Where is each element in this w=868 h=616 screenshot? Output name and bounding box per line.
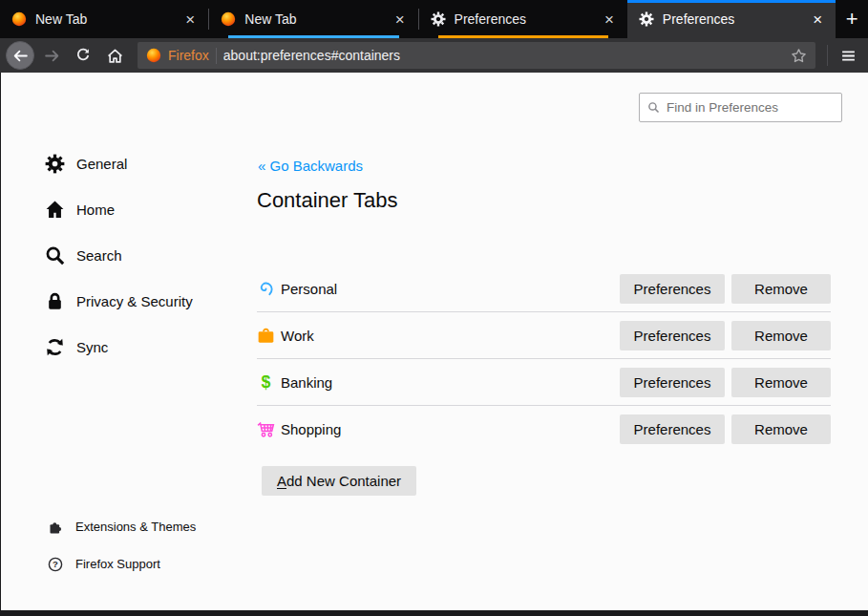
gear-icon bbox=[431, 11, 446, 27]
firefox-icon bbox=[11, 11, 27, 27]
search-icon bbox=[45, 245, 65, 266]
reload-icon bbox=[75, 48, 91, 63]
briefcase-icon bbox=[257, 326, 278, 345]
url-text[interactable]: about:preferences#containers bbox=[223, 48, 784, 63]
menu-button[interactable] bbox=[834, 41, 862, 70]
back-button[interactable] bbox=[6, 41, 34, 70]
tab-title: Preferences bbox=[455, 11, 592, 27]
bookmark-star-icon[interactable] bbox=[791, 48, 807, 64]
shopping-cart-icon bbox=[257, 420, 278, 439]
container-row-shopping: Shopping Preferences Remove bbox=[257, 406, 831, 453]
dollar-icon: $ bbox=[257, 372, 278, 392]
container-preferences-button[interactable]: Preferences bbox=[620, 368, 725, 397]
tab-preferences-1[interactable]: Preferences × bbox=[419, 0, 627, 38]
container-remove-button[interactable]: Remove bbox=[731, 414, 831, 444]
container-name: Banking bbox=[281, 374, 332, 391]
fingerprint-icon bbox=[257, 279, 278, 298]
sidebar-item-label: Privacy & Security bbox=[76, 293, 193, 309]
close-icon[interactable]: × bbox=[601, 11, 618, 29]
page-title: Container Tabs bbox=[257, 188, 398, 213]
identity-label: Firefox bbox=[168, 48, 209, 63]
sidebar-item-label: Search bbox=[76, 247, 122, 264]
close-icon[interactable]: × bbox=[809, 11, 826, 29]
container-list: Personal Preferences Remove Work Prefere… bbox=[257, 266, 831, 453]
sidebar-item-label: Firefox Support bbox=[75, 557, 160, 571]
find-in-preferences-input[interactable] bbox=[667, 100, 836, 115]
add-new-container-button[interactable]: Add New Container bbox=[262, 466, 416, 496]
gear-icon bbox=[45, 154, 65, 174]
tab-title: New Tab bbox=[35, 11, 173, 27]
home-icon bbox=[107, 48, 123, 64]
tab-preferences-2-active[interactable]: Preferences × bbox=[627, 0, 836, 38]
firefox-icon bbox=[221, 11, 236, 27]
container-name: Work bbox=[281, 328, 314, 344]
sync-icon bbox=[45, 337, 65, 357]
sidebar-item-general[interactable]: General bbox=[1, 140, 242, 186]
tab-title: New Tab bbox=[244, 11, 382, 27]
sidebar-item-extensions-themes[interactable]: Extensions & Themes bbox=[1, 508, 242, 545]
container-row-banking: $ Banking Preferences Remove bbox=[257, 359, 831, 406]
sidebar-item-sync[interactable]: Sync bbox=[1, 324, 242, 370]
container-remove-button[interactable]: Remove bbox=[731, 368, 831, 397]
close-icon[interactable]: × bbox=[181, 11, 199, 29]
home-button[interactable] bbox=[100, 41, 129, 70]
gear-icon bbox=[639, 11, 654, 27]
back-arrow-icon bbox=[12, 48, 29, 64]
container-row-work: Work Preferences Remove bbox=[257, 312, 831, 359]
svg-text:?: ? bbox=[53, 559, 58, 569]
sidebar-item-search[interactable]: Search bbox=[1, 232, 242, 278]
add-button-label-rest: dd New Container bbox=[286, 473, 401, 489]
sidebar-footer: Extensions & Themes ? Firefox Support bbox=[1, 508, 242, 583]
sidebar-item-privacy-security[interactable]: Privacy & Security bbox=[1, 278, 242, 324]
toolbar-separator bbox=[827, 45, 828, 66]
sidebar-item-label: General bbox=[76, 156, 127, 172]
container-remove-button[interactable]: Remove bbox=[731, 274, 831, 304]
find-in-preferences-box[interactable] bbox=[639, 93, 842, 122]
container-preferences-button[interactable]: Preferences bbox=[620, 274, 725, 304]
container-row-personal: Personal Preferences Remove bbox=[257, 266, 831, 312]
tab-bar: New Tab × New Tab × Preferences × Prefer… bbox=[0, 0, 868, 38]
hamburger-menu-icon bbox=[840, 48, 857, 64]
new-tab-button[interactable]: + bbox=[836, 0, 868, 38]
active-tab-indicator bbox=[627, 0, 836, 3]
tab-new-tab-1[interactable]: New Tab × bbox=[0, 0, 208, 38]
go-backwards-link[interactable]: « Go Backwards bbox=[258, 158, 363, 174]
container-name: Shopping bbox=[281, 421, 341, 437]
sidebar-item-home[interactable]: Home bbox=[1, 186, 242, 232]
tab-new-tab-2[interactable]: New Tab × bbox=[209, 0, 417, 38]
container-name: Personal bbox=[281, 281, 337, 297]
sidebar-item-label: Home bbox=[76, 202, 115, 218]
sidebar-item-label: Extensions & Themes bbox=[75, 520, 196, 534]
puzzle-icon bbox=[48, 520, 63, 535]
url-bar[interactable]: Firefox about:preferences#containers bbox=[138, 42, 815, 69]
search-icon bbox=[647, 101, 660, 114]
question-circle-icon: ? bbox=[48, 557, 63, 572]
navigation-toolbar: Firefox about:preferences#containers bbox=[0, 38, 868, 73]
container-preferences-button[interactable]: Preferences bbox=[620, 321, 725, 350]
urlbar-separator bbox=[216, 48, 217, 64]
home-icon bbox=[45, 200, 65, 220]
sidebar-item-label: Sync bbox=[76, 339, 108, 355]
preferences-page: General Home Search Privacy & Security S… bbox=[1, 73, 868, 610]
firefox-icon bbox=[146, 48, 161, 63]
forward-arrow-icon bbox=[44, 48, 60, 64]
forward-button[interactable] bbox=[37, 41, 66, 70]
close-icon[interactable]: × bbox=[392, 11, 409, 29]
svg-text:$: $ bbox=[262, 373, 271, 392]
sidebar: General Home Search Privacy & Security S… bbox=[1, 140, 242, 370]
accesskey-letter: A bbox=[277, 473, 286, 489]
sidebar-item-firefox-support[interactable]: ? Firefox Support bbox=[1, 545, 242, 583]
reload-button[interactable] bbox=[69, 41, 97, 70]
container-preferences-button[interactable]: Preferences bbox=[620, 414, 725, 444]
tab-title: Preferences bbox=[663, 11, 800, 27]
container-remove-button[interactable]: Remove bbox=[731, 321, 831, 350]
lock-icon bbox=[45, 291, 65, 311]
